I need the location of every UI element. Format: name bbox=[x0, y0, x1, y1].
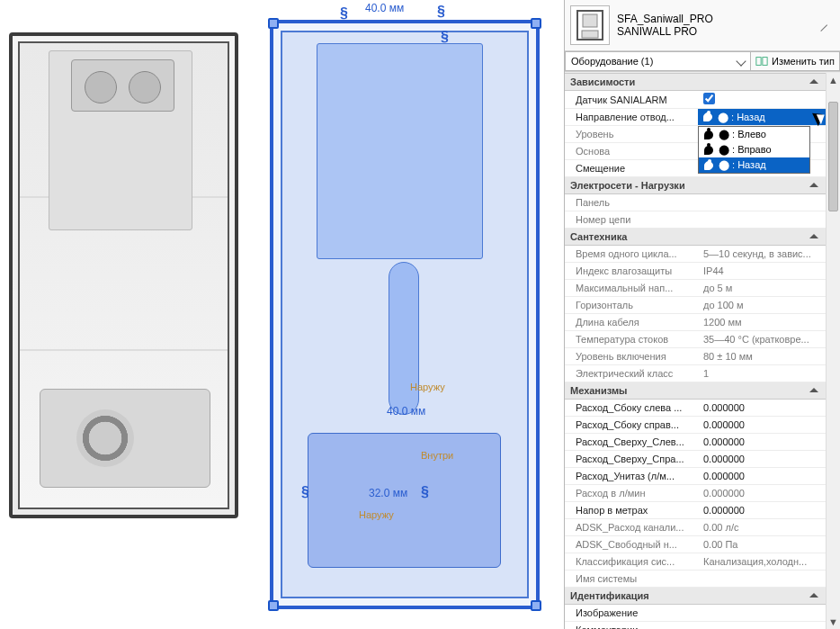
orientation-tag: Наружу bbox=[359, 509, 394, 520]
param-value[interactable]: 0.000000 bbox=[698, 400, 826, 417]
param-value: 0.000000 bbox=[698, 485, 826, 502]
grip-handle[interactable] bbox=[531, 600, 541, 611]
dropdown-option[interactable]: ⬤ : Назад bbox=[699, 157, 809, 173]
param-label: Расход_Унитаз (л/м... bbox=[565, 468, 698, 485]
group-header[interactable]: Зависимости bbox=[565, 74, 826, 91]
param-value[interactable] bbox=[698, 91, 826, 109]
group-header[interactable]: Электросети - Нагрузки bbox=[565, 177, 826, 194]
param-label: Расход_Сбоку справ... bbox=[565, 417, 698, 434]
direction-icon bbox=[704, 161, 713, 170]
param-label: Длина кабеля bbox=[565, 314, 698, 331]
param-label: ADSK_Свободный н... bbox=[565, 536, 698, 553]
param-label: Имя системы bbox=[565, 571, 698, 588]
param-value[interactable] bbox=[698, 605, 826, 622]
param-label: Расход_Сверху_Слев... bbox=[565, 434, 698, 451]
orientation-tag: Наружу bbox=[410, 382, 445, 392]
direction-icon bbox=[704, 146, 713, 155]
group-header[interactable]: Идентификация bbox=[565, 588, 826, 605]
collapse-icon bbox=[809, 234, 818, 238]
param-label: Напор в метрах bbox=[565, 502, 698, 519]
param-value[interactable] bbox=[698, 211, 826, 229]
type-name: SANIWALL PRO bbox=[617, 25, 788, 38]
collapse-icon bbox=[809, 593, 818, 598]
sanialarm-checkbox[interactable] bbox=[703, 93, 715, 104]
family-thumbnail bbox=[570, 5, 610, 45]
direction-icon bbox=[704, 130, 713, 139]
param-value: 35—40 °С (кратковре... bbox=[698, 331, 826, 348]
edit-type-label: Изменить тип bbox=[772, 56, 835, 67]
connector-icon[interactable]: § bbox=[340, 5, 348, 22]
param-value: IP44 bbox=[698, 263, 826, 280]
type-dropdown-icon[interactable] bbox=[815, 19, 827, 31]
chevron-down-icon bbox=[736, 56, 746, 66]
param-value: 1 bbox=[698, 365, 826, 382]
param-label: Классификация сис... bbox=[565, 553, 698, 571]
param-label: Датчик SANIALARM bbox=[565, 91, 698, 109]
svg-rect-3 bbox=[756, 58, 761, 66]
param-label: Горизонталь bbox=[565, 297, 698, 314]
param-value[interactable] bbox=[698, 194, 826, 211]
properties-panel: SFA_Saniwall_PRO SANIWALL PRO Оборудован… bbox=[564, 0, 840, 629]
connector-icon[interactable]: § bbox=[441, 29, 449, 45]
param-label: Номер цепи bbox=[565, 211, 698, 229]
grip-handle[interactable] bbox=[268, 18, 279, 29]
param-label: Изображение bbox=[565, 605, 698, 622]
param-value bbox=[698, 571, 826, 588]
type-header[interactable]: SFA_Saniwall_PRO SANIWALL PRO bbox=[565, 0, 840, 51]
connector-icon[interactable]: § bbox=[421, 484, 429, 500]
family-name: SFA_Saniwall_PRO bbox=[617, 13, 788, 25]
param-value[interactable]: 0.000000 bbox=[698, 417, 826, 434]
collapse-icon bbox=[809, 79, 818, 84]
svg-rect-4 bbox=[763, 58, 767, 66]
grip-handle[interactable] bbox=[531, 18, 541, 29]
svg-rect-1 bbox=[583, 14, 597, 27]
param-value: 80 ± 10 мм bbox=[698, 348, 826, 365]
param-value: 1200 мм bbox=[698, 314, 826, 331]
param-value[interactable]: 0.000000 bbox=[698, 434, 826, 451]
collapse-icon bbox=[809, 183, 818, 187]
model-viewport[interactable]: § § § § § 40.0 мм 40.0 мм 32.0 мм Наружу… bbox=[0, 0, 564, 629]
param-value: до 5 м bbox=[698, 280, 826, 297]
model-instance-selected[interactable] bbox=[270, 20, 540, 609]
frame-icon bbox=[576, 9, 604, 41]
edit-type-icon bbox=[755, 55, 768, 67]
scrollbar[interactable]: ▲ ▼ bbox=[826, 73, 840, 629]
orientation-tag: Внутри bbox=[421, 450, 453, 461]
param-value: 0.00 Па bbox=[698, 536, 826, 553]
edit-type-button[interactable]: Изменить тип bbox=[750, 51, 840, 71]
param-label: Расход в л/мин bbox=[565, 485, 698, 502]
param-label: Панель bbox=[565, 194, 698, 211]
param-label: Расход_Сверху_Спра... bbox=[565, 451, 698, 468]
param-label: Расход_Сбоку слева ... bbox=[565, 400, 698, 417]
param-label: Комментарии bbox=[565, 622, 698, 630]
param-label: Максимальный нап... bbox=[565, 280, 698, 297]
svg-rect-2 bbox=[582, 31, 598, 38]
param-value[interactable]: 0.000000 bbox=[698, 468, 826, 485]
outlet-direction-dropdown[interactable]: ⬤ : Назад ⬤ : Влево ⬤ : Вправо ⬤ : Назад bbox=[698, 109, 826, 126]
param-value[interactable]: 0.000000 bbox=[698, 451, 826, 468]
dropdown-popup[interactable]: ⬤ : Влево ⬤ : Вправо ⬤ : Назад bbox=[698, 126, 810, 174]
grip-handle[interactable] bbox=[268, 600, 279, 611]
param-value: 0.00 л/с bbox=[698, 519, 826, 536]
param-value: до 100 м bbox=[698, 297, 826, 314]
dropdown-option[interactable]: ⬤ : Вправо bbox=[699, 142, 809, 157]
param-label: Основа bbox=[565, 143, 698, 160]
group-header[interactable]: Сантехника bbox=[565, 229, 826, 246]
dropdown-option[interactable]: ⬤ : Влево bbox=[699, 127, 809, 142]
param-label: Температура стоков bbox=[565, 331, 698, 348]
connector-icon[interactable]: § bbox=[437, 4, 445, 20]
dimension-label: 32.0 мм bbox=[369, 487, 407, 499]
group-header[interactable]: Механизмы bbox=[565, 382, 826, 400]
param-label: Электрический класс bbox=[565, 365, 698, 382]
scroll-down-icon[interactable]: ▼ bbox=[827, 615, 840, 629]
param-label: Смещение bbox=[565, 160, 698, 177]
scroll-up-icon[interactable]: ▲ bbox=[827, 73, 840, 87]
connector-icon[interactable]: § bbox=[301, 484, 309, 500]
properties-table: Зависимости Датчик SANIALARM Направление… bbox=[565, 73, 826, 629]
category-selector[interactable]: Оборудование (1) bbox=[565, 51, 750, 71]
collapse-icon bbox=[809, 388, 818, 392]
param-value[interactable]: 0.000000 bbox=[698, 502, 826, 519]
param-label: Направление отвод... bbox=[565, 109, 698, 126]
param-value[interactable] bbox=[698, 622, 826, 630]
model-instance-shaded[interactable] bbox=[9, 32, 238, 518]
